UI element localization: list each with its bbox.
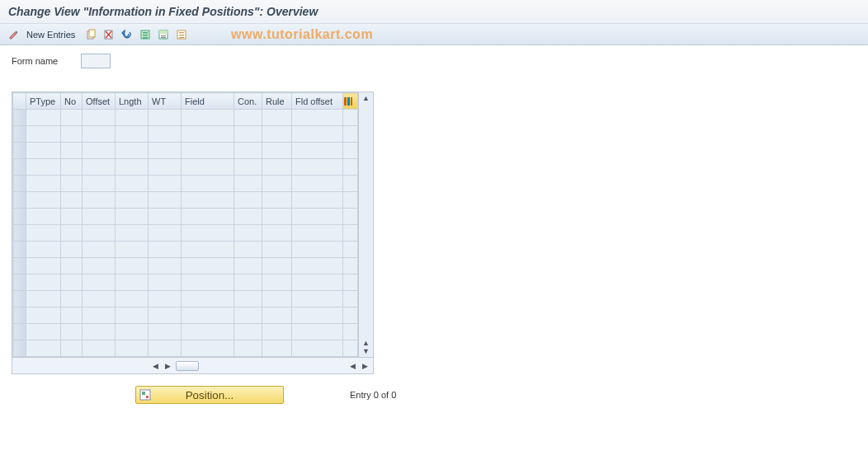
form-name-field[interactable] (81, 54, 111, 68)
cell[interactable] (26, 307, 61, 324)
cell[interactable] (83, 209, 116, 225)
cell[interactable] (61, 291, 83, 307)
col-header[interactable]: No (61, 93, 83, 110)
cell[interactable] (149, 143, 182, 159)
cell[interactable] (61, 307, 83, 324)
cell[interactable] (61, 258, 83, 275)
cell[interactable] (83, 258, 116, 275)
cell[interactable] (234, 242, 262, 258)
cell[interactable] (234, 209, 262, 225)
cell[interactable] (292, 307, 343, 324)
deselect-all-icon[interactable] (174, 27, 189, 42)
scroll-left-end-icon[interactable]: ◀ (348, 362, 357, 370)
scroll-down-icon[interactable]: ▲ (362, 339, 370, 347)
cell[interactable] (182, 340, 234, 357)
cell[interactable] (149, 291, 182, 307)
col-header[interactable]: Lngth (116, 93, 149, 110)
cell[interactable] (182, 110, 234, 126)
cell[interactable] (26, 340, 61, 357)
cell[interactable] (83, 291, 116, 307)
cell[interactable] (262, 209, 292, 225)
cell[interactable] (26, 192, 61, 209)
cell[interactable] (182, 258, 234, 275)
cell[interactable] (149, 324, 182, 340)
cell[interactable] (83, 275, 116, 291)
cell[interactable] (182, 159, 234, 176)
cell[interactable] (61, 159, 83, 176)
row-selector[interactable] (13, 307, 26, 324)
cell[interactable] (116, 242, 149, 258)
cell[interactable] (262, 143, 292, 159)
position-button[interactable]: Position... (135, 386, 284, 404)
cell[interactable] (149, 307, 182, 324)
cell[interactable] (26, 275, 61, 291)
cell[interactable] (149, 209, 182, 225)
cell[interactable] (292, 242, 343, 258)
cell[interactable] (149, 110, 182, 126)
cell[interactable] (262, 225, 292, 242)
cell[interactable] (262, 192, 292, 209)
cell[interactable] (26, 209, 61, 225)
row-selector[interactable] (13, 340, 26, 357)
cell[interactable] (116, 258, 149, 275)
cell[interactable] (61, 126, 83, 143)
cell[interactable] (262, 258, 292, 275)
cell[interactable] (61, 192, 83, 209)
cell[interactable] (292, 258, 343, 275)
cell[interactable] (234, 258, 262, 275)
cell[interactable] (234, 159, 262, 176)
cell[interactable] (292, 291, 343, 307)
cell[interactable] (149, 176, 182, 192)
cell[interactable] (149, 126, 182, 143)
cell[interactable] (26, 159, 61, 176)
cell[interactable] (234, 275, 262, 291)
cell[interactable] (26, 143, 61, 159)
cell[interactable] (116, 225, 149, 242)
cell[interactable] (61, 225, 83, 242)
cell[interactable] (116, 176, 149, 192)
cell[interactable] (83, 242, 116, 258)
vertical-scrollbar[interactable]: ▲ ▲ ▼ (358, 92, 373, 357)
cell[interactable] (61, 110, 83, 126)
cell[interactable] (116, 143, 149, 159)
cell[interactable] (149, 258, 182, 275)
row-selector[interactable] (13, 225, 26, 242)
cell[interactable] (234, 143, 262, 159)
cell[interactable] (292, 176, 343, 192)
cell[interactable] (292, 110, 343, 126)
cell[interactable] (116, 192, 149, 209)
cell[interactable] (262, 340, 292, 357)
cell[interactable] (61, 143, 83, 159)
cell[interactable] (262, 307, 292, 324)
cell[interactable] (149, 225, 182, 242)
cell[interactable] (292, 225, 343, 242)
cell[interactable] (61, 242, 83, 258)
cell[interactable] (182, 291, 234, 307)
cell[interactable] (83, 126, 116, 143)
row-selector[interactable] (13, 291, 26, 307)
cell[interactable] (83, 225, 116, 242)
cell[interactable] (182, 324, 234, 340)
cell[interactable] (26, 258, 61, 275)
cell[interactable] (292, 159, 343, 176)
scroll-thumb[interactable] (176, 361, 199, 371)
cell[interactable] (116, 275, 149, 291)
cell[interactable] (262, 324, 292, 340)
cell[interactable] (262, 126, 292, 143)
cell[interactable] (292, 340, 343, 357)
cell[interactable] (61, 209, 83, 225)
cell[interactable] (83, 143, 116, 159)
row-selector[interactable] (13, 143, 26, 159)
select-all-icon[interactable] (138, 27, 153, 42)
horizontal-scrollbar[interactable]: ◀ ▶ ◀ ▶ (12, 357, 373, 373)
cell[interactable] (26, 176, 61, 192)
toggle-display-change-icon[interactable] (7, 27, 21, 42)
cell[interactable] (262, 176, 292, 192)
cell[interactable] (26, 126, 61, 143)
row-selector[interactable] (13, 110, 26, 126)
col-header[interactable]: PType (26, 93, 61, 110)
cell[interactable] (116, 126, 149, 143)
cell[interactable] (182, 209, 234, 225)
cell[interactable] (116, 307, 149, 324)
cell[interactable] (149, 159, 182, 176)
